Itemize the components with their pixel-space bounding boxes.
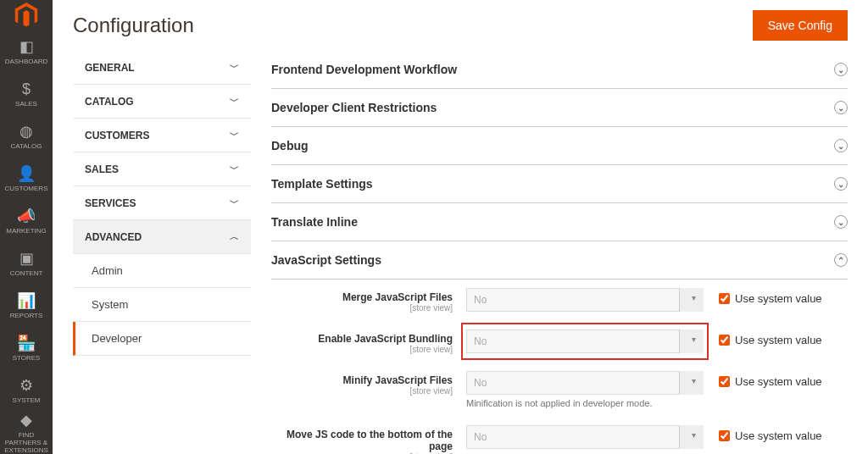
fieldset-debug[interactable]: Debug⌄ — [271, 127, 848, 165]
field-label: Minify JavaScript Files — [271, 374, 453, 386]
field-row: Minify JavaScript Files [store view] No … — [271, 363, 848, 417]
nav-item-stores[interactable]: 🏪STORES — [0, 327, 53, 369]
fieldset-developer-client-restrictions[interactable]: Developer Client Restrictions⌄ — [271, 89, 848, 127]
fieldset-label: Template Settings — [271, 177, 373, 191]
field-check-col: Use system value — [704, 329, 822, 346]
config-section-label: SERVICES — [85, 197, 136, 209]
field-label: Merge JavaScript Files — [271, 291, 453, 303]
field-row: Merge JavaScript Files [store view] No U… — [271, 280, 848, 321]
nav-icon: 🏪 — [17, 334, 36, 352]
nav-icon: 👤 — [17, 164, 36, 183]
expand-icon: ⌄ — [834, 139, 848, 152]
config-subitem-admin[interactable]: Admin — [73, 254, 251, 288]
fieldset-template-settings[interactable]: Template Settings⌄ — [271, 165, 848, 203]
config-section-sales[interactable]: SALES﹀ — [73, 152, 251, 186]
nav-item-dashboard[interactable]: ◧DASHBOARD — [0, 30, 53, 73]
nav-label: SALES — [14, 101, 39, 108]
config-section-label: ADVANCED — [85, 231, 142, 243]
config-section-advanced[interactable]: ADVANCED︿ — [73, 220, 251, 254]
field-input-col: No Minification is not applied in develo… — [466, 371, 704, 408]
config-fieldsets: Frontend Development Workflow⌄Developer … — [271, 51, 848, 454]
field-scope: [store view] — [271, 386, 453, 396]
use-system-checkbox[interactable] — [719, 430, 730, 441]
use-system-label: Use system value — [735, 292, 822, 305]
config-section-label: CATALOG — [85, 96, 134, 108]
field-input-col: No — [466, 329, 704, 353]
nav-item-marketing[interactable]: 📣MARKETING — [0, 200, 53, 242]
config-sections-sidebar: GENERAL﹀CATALOG﹀CUSTOMERS﹀SALES﹀SERVICES… — [73, 51, 251, 454]
fieldset-javascript-settings[interactable]: JavaScript Settings⌃ — [271, 241, 848, 280]
config-section-label: SALES — [85, 163, 119, 175]
expand-icon: ⌄ — [834, 215, 848, 229]
field-label-col: Enable JavaScript Bundling [store view] — [271, 329, 466, 354]
fieldset-frontend-development-workflow[interactable]: Frontend Development Workflow⌄ — [271, 51, 848, 89]
nav-item-reports[interactable]: 📊REPORTS — [0, 285, 53, 327]
field-label: Move JS code to the bottom of the page — [271, 429, 453, 452]
expand-icon: ⌄ — [834, 101, 848, 114]
field-select-enable-javascript-bundling[interactable]: No — [466, 329, 704, 353]
chevron-down-icon: ﹀ — [230, 95, 239, 108]
nav-icon: ▣ — [19, 249, 34, 268]
nav-item-customers[interactable]: 👤CUSTOMERS — [0, 158, 53, 200]
select-wrap: No — [466, 425, 704, 449]
field-input-col: No — [466, 425, 704, 449]
nav-icon: ◆ — [20, 411, 32, 429]
nav-icon: ◍ — [19, 122, 33, 141]
use-system-checkbox[interactable] — [719, 376, 730, 387]
expand-icon: ⌄ — [834, 177, 848, 191]
nav-label: CATALOG — [8, 143, 43, 151]
nav-label: CUSTOMERS — [3, 185, 50, 193]
chevron-down-icon: ﹀ — [230, 129, 239, 141]
field-row: Move JS code to the bottom of the page [… — [271, 417, 848, 454]
nav-label: SYSTEM — [11, 397, 42, 405]
chevron-down-icon: ﹀ — [230, 163, 239, 175]
save-config-button[interactable]: Save Config — [753, 10, 848, 41]
nav-item-system[interactable]: ⚙SYSTEM — [0, 369, 53, 412]
nav-item-content[interactable]: ▣CONTENT — [0, 242, 53, 285]
magento-logo[interactable] — [0, 0, 53, 30]
nav-label: DASHBOARD — [3, 58, 50, 66]
use-system-checkbox[interactable] — [719, 293, 730, 304]
select-wrap: No — [466, 371, 704, 395]
config-subitem-developer[interactable]: Developer — [73, 322, 251, 356]
field-label-col: Merge JavaScript Files [store view] — [271, 288, 466, 313]
nav-icon: 📊 — [17, 291, 36, 310]
nav-label: MARKETING — [4, 228, 48, 235]
field-select-merge-javascript-files[interactable]: No — [466, 288, 704, 312]
config-subitem-system[interactable]: System — [73, 288, 251, 322]
use-system-checkbox[interactable] — [719, 335, 730, 346]
nav-icon: ⚙ — [19, 376, 33, 395]
field-row: Enable JavaScript Bundling [store view] … — [271, 321, 848, 363]
fieldset-translate-inline[interactable]: Translate Inline⌄ — [271, 203, 848, 241]
nav-item-find-partners-extensions[interactable]: ◆FIND PARTNERS & EXTENSIONS — [0, 412, 53, 454]
chevron-up-icon: ︿ — [230, 230, 239, 243]
config-section-general[interactable]: GENERAL﹀ — [73, 51, 251, 85]
field-select-move-js-code-to-the-bottom-of-the-page[interactable]: No — [466, 425, 704, 449]
field-check-col: Use system value — [704, 371, 822, 388]
nav-icon: ◧ — [19, 37, 34, 56]
field-label: Enable JavaScript Bundling — [271, 333, 453, 345]
chevron-down-icon: ﹀ — [230, 197, 239, 209]
chevron-down-icon: ﹀ — [230, 61, 239, 74]
nav-item-catalog[interactable]: ◍CATALOG — [0, 115, 53, 158]
use-system-label: Use system value — [735, 375, 822, 388]
config-section-services[interactable]: SERVICES﹀ — [73, 186, 251, 220]
fieldset-label: Debug — [271, 139, 309, 152]
nav-item-sales[interactable]: $SALES — [0, 73, 53, 115]
field-label-col: Minify JavaScript Files [store view] — [271, 371, 466, 396]
select-wrap: No — [466, 288, 704, 312]
config-section-label: CUSTOMERS — [85, 130, 149, 141]
nav-icon: $ — [22, 80, 31, 98]
nav-label: REPORTS — [8, 313, 45, 320]
config-section-catalog[interactable]: CATALOG﹀ — [73, 85, 251, 119]
collapse-icon: ⌃ — [834, 253, 848, 267]
field-input-col: No — [466, 288, 704, 312]
use-system-label: Use system value — [735, 429, 822, 442]
config-section-customers[interactable]: CUSTOMERS﹀ — [73, 119, 251, 152]
expand-icon: ⌄ — [834, 63, 848, 76]
nav-icon: 📣 — [17, 207, 36, 225]
page-header: Configuration Save Config — [53, 0, 868, 51]
field-select-minify-javascript-files[interactable]: No — [466, 371, 704, 395]
field-check-col: Use system value — [704, 288, 822, 305]
fieldset-label: Frontend Development Workflow — [271, 63, 457, 76]
